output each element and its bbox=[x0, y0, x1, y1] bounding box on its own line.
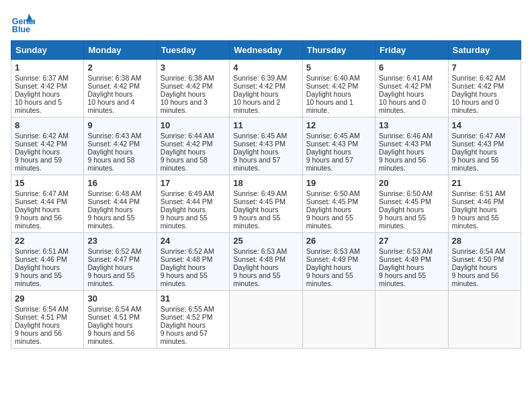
sunrise-label: Sunrise: 6:54 AM bbox=[452, 247, 506, 255]
weekday-header-tuesday: Tuesday bbox=[157, 41, 229, 60]
daylight-label: Daylight hours bbox=[15, 90, 60, 98]
sunrise-label: Sunrise: 6:45 AM bbox=[233, 132, 287, 140]
calendar-cell: 17 Sunrise: 6:49 AM Sunset: 4:44 PM Dayl… bbox=[157, 175, 229, 233]
sunrise-label: Sunrise: 6:40 AM bbox=[306, 74, 360, 82]
daylight-value: 9 hours and 55 minutes. bbox=[15, 271, 62, 287]
sunrise-label: Sunrise: 6:46 AM bbox=[379, 132, 433, 140]
sunset-label: Sunset: 4:46 PM bbox=[452, 197, 504, 205]
daylight-value: 10 hours and 1 minute. bbox=[306, 98, 353, 114]
daylight-value: 10 hours and 5 minutes. bbox=[15, 98, 62, 114]
sunrise-label: Sunrise: 6:50 AM bbox=[379, 189, 433, 197]
daylight-value: 9 hours and 56 minutes. bbox=[87, 329, 134, 345]
calendar-cell: 9 Sunrise: 6:43 AM Sunset: 4:42 PM Dayli… bbox=[84, 118, 157, 175]
calendar-cell: 18 Sunrise: 6:49 AM Sunset: 4:45 PM Dayl… bbox=[230, 175, 302, 233]
daylight-value: 10 hours and 2 minutes. bbox=[233, 98, 280, 114]
calendar-cell bbox=[448, 291, 521, 349]
sunrise-label: Sunrise: 6:38 AM bbox=[161, 74, 214, 82]
day-number: 30 bbox=[87, 293, 152, 304]
daylight-label: Daylight hours bbox=[233, 205, 278, 214]
sunrise-label: Sunrise: 6:41 AM bbox=[379, 74, 433, 82]
sunrise-label: Sunrise: 6:47 AM bbox=[452, 132, 506, 140]
sunrise-label: Sunrise: 6:42 AM bbox=[15, 132, 69, 140]
daylight-label: Daylight hours bbox=[452, 205, 497, 214]
page-header: General Blue bbox=[11, 11, 521, 35]
daylight-value: 9 hours and 55 minutes. bbox=[306, 271, 353, 287]
calendar-cell: 27 Sunrise: 6:53 AM Sunset: 4:49 PM Dayl… bbox=[375, 233, 448, 291]
sunset-label: Sunset: 4:48 PM bbox=[233, 255, 285, 263]
daylight-label: Daylight hours bbox=[15, 205, 60, 214]
daylight-value: 10 hours and 0 minutes. bbox=[452, 98, 499, 114]
day-number: 27 bbox=[379, 236, 444, 246]
svg-text:Blue: Blue bbox=[12, 25, 30, 34]
calendar-cell: 7 Sunrise: 6:42 AM Sunset: 4:42 PM Dayli… bbox=[448, 60, 521, 118]
day-number: 13 bbox=[379, 120, 444, 130]
sunrise-label: Sunrise: 6:51 AM bbox=[452, 189, 506, 197]
daylight-label: Daylight hours bbox=[161, 90, 206, 98]
calendar-cell: 1 Sunrise: 6:37 AM Sunset: 4:42 PM Dayli… bbox=[11, 60, 84, 118]
daylight-value: 9 hours and 56 minutes. bbox=[379, 156, 426, 172]
calendar-table: SundayMondayTuesdayWednesdayThursdayFrid… bbox=[11, 40, 521, 349]
daylight-label: Daylight hours bbox=[452, 148, 497, 156]
day-number: 9 bbox=[87, 120, 152, 130]
calendar-cell: 28 Sunrise: 6:54 AM Sunset: 4:50 PM Dayl… bbox=[448, 233, 521, 291]
daylight-value: 9 hours and 56 minutes. bbox=[15, 329, 62, 345]
sunrise-label: Sunrise: 6:43 AM bbox=[87, 132, 141, 140]
calendar-cell: 30 Sunrise: 6:54 AM Sunset: 4:51 PM Dayl… bbox=[84, 291, 157, 349]
calendar-cell: 2 Sunrise: 6:38 AM Sunset: 4:42 PM Dayli… bbox=[84, 60, 157, 118]
sunset-label: Sunset: 4:42 PM bbox=[379, 82, 431, 90]
daylight-label: Daylight hours bbox=[233, 90, 278, 98]
sunrise-label: Sunrise: 6:49 AM bbox=[161, 189, 214, 197]
day-number: 25 bbox=[233, 236, 298, 246]
sunset-label: Sunset: 4:43 PM bbox=[306, 140, 359, 148]
sunrise-label: Sunrise: 6:47 AM bbox=[15, 189, 69, 197]
day-number: 12 bbox=[306, 120, 371, 130]
weekday-header-monday: Monday bbox=[84, 41, 157, 60]
daylight-label: Daylight hours bbox=[452, 263, 497, 271]
sunrise-label: Sunrise: 6:48 AM bbox=[87, 189, 141, 197]
sunrise-label: Sunrise: 6:53 AM bbox=[379, 247, 433, 255]
daylight-label: Daylight hours bbox=[87, 90, 132, 98]
daylight-label: Daylight hours bbox=[379, 263, 424, 271]
daylight-label: Daylight hours bbox=[379, 148, 424, 156]
sunrise-label: Sunrise: 6:44 AM bbox=[161, 132, 214, 140]
sunset-label: Sunset: 4:44 PM bbox=[161, 197, 213, 205]
daylight-value: 9 hours and 55 minutes. bbox=[161, 214, 208, 230]
sunset-label: Sunset: 4:43 PM bbox=[379, 140, 431, 148]
daylight-label: Daylight hours bbox=[306, 263, 351, 271]
logo-icon: General Blue bbox=[11, 11, 35, 35]
daylight-value: 9 hours and 57 minutes. bbox=[233, 156, 280, 172]
day-number: 18 bbox=[233, 178, 298, 188]
sunset-label: Sunset: 4:42 PM bbox=[161, 82, 213, 90]
calendar-cell: 6 Sunrise: 6:41 AM Sunset: 4:42 PM Dayli… bbox=[375, 60, 448, 118]
daylight-label: Daylight hours bbox=[306, 205, 351, 214]
day-number: 5 bbox=[306, 62, 371, 73]
sunset-label: Sunset: 4:42 PM bbox=[306, 82, 359, 90]
calendar-cell: 4 Sunrise: 6:39 AM Sunset: 4:42 PM Dayli… bbox=[230, 60, 302, 118]
daylight-label: Daylight hours bbox=[306, 148, 351, 156]
day-number: 11 bbox=[233, 120, 298, 130]
daylight-value: 9 hours and 56 minutes. bbox=[452, 156, 499, 172]
daylight-label: Daylight hours bbox=[161, 321, 206, 329]
sunset-label: Sunset: 4:51 PM bbox=[87, 313, 140, 321]
calendar-cell: 20 Sunrise: 6:50 AM Sunset: 4:45 PM Dayl… bbox=[375, 175, 448, 233]
sunrise-label: Sunrise: 6:52 AM bbox=[87, 247, 141, 255]
calendar-cell: 22 Sunrise: 6:51 AM Sunset: 4:46 PM Dayl… bbox=[11, 233, 84, 291]
sunrise-label: Sunrise: 6:49 AM bbox=[233, 189, 287, 197]
weekday-header-wednesday: Wednesday bbox=[230, 41, 302, 60]
calendar-cell: 11 Sunrise: 6:45 AM Sunset: 4:43 PM Dayl… bbox=[230, 118, 302, 175]
day-number: 15 bbox=[15, 178, 80, 188]
calendar-week-3: 15 Sunrise: 6:47 AM Sunset: 4:44 PM Dayl… bbox=[11, 175, 521, 233]
daylight-label: Daylight hours bbox=[379, 205, 424, 214]
calendar-cell: 10 Sunrise: 6:44 AM Sunset: 4:42 PM Dayl… bbox=[157, 118, 229, 175]
daylight-value: 9 hours and 59 minutes. bbox=[15, 156, 62, 172]
sunset-label: Sunset: 4:51 PM bbox=[15, 313, 67, 321]
daylight-label: Daylight hours bbox=[306, 90, 351, 98]
sunrise-label: Sunrise: 6:55 AM bbox=[161, 305, 214, 313]
sunrise-label: Sunrise: 6:37 AM bbox=[15, 74, 69, 82]
sunrise-label: Sunrise: 6:54 AM bbox=[15, 305, 69, 313]
sunrise-label: Sunrise: 6:42 AM bbox=[452, 74, 506, 82]
day-number: 31 bbox=[161, 293, 226, 304]
day-number: 4 bbox=[233, 62, 298, 73]
daylight-value: 9 hours and 55 minutes. bbox=[306, 214, 353, 230]
day-number: 8 bbox=[15, 120, 80, 130]
